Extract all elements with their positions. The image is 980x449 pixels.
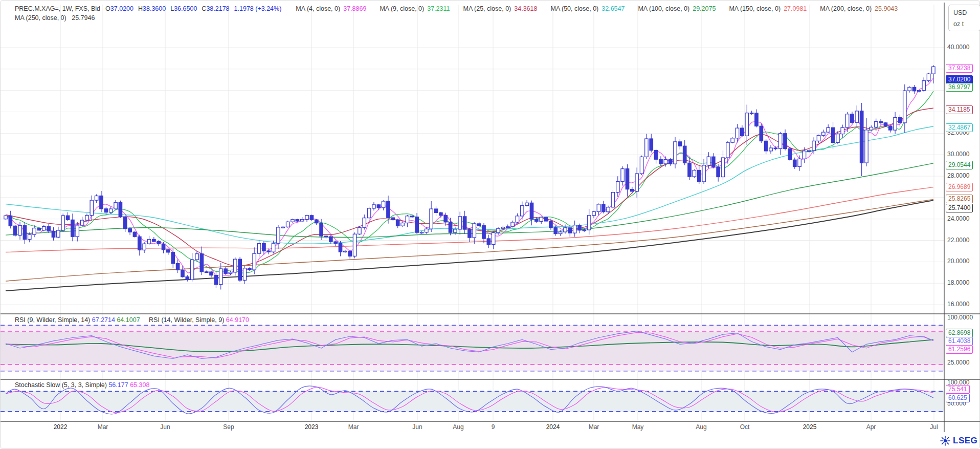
- candle-body: [784, 134, 787, 149]
- candle-body: [559, 232, 562, 234]
- price-tag-34.1185[interactable]: 34.1185: [946, 105, 973, 114]
- candle-body: [90, 200, 93, 216]
- candle-body: [688, 163, 691, 177]
- x-axis-label-2024: 2024: [546, 423, 560, 431]
- price-tag-26.9689[interactable]: 26.9689: [946, 183, 973, 191]
- x-axis-label-Jun: Jun: [412, 423, 422, 431]
- candle-body: [248, 268, 251, 270]
- price-tag-36.9797[interactable]: 36.9797: [946, 83, 973, 92]
- candle-body: [143, 244, 146, 250]
- candle-body: [205, 272, 208, 273]
- price-tag-61.2596[interactable]: 61.2596: [946, 345, 973, 354]
- price-tag-37.9238[interactable]: 37.9238: [946, 64, 973, 73]
- candle-body: [439, 212, 442, 215]
- candle-body: [406, 216, 409, 223]
- rsi-value-1: 67.2714: [92, 316, 115, 324]
- candle-body: [588, 216, 591, 230]
- ma-legend-value: 37.8869: [343, 5, 366, 12]
- candle-body: [458, 217, 461, 229]
- candle-body: [516, 216, 519, 222]
- candle-body: [616, 182, 619, 193]
- price-tag-62.8698[interactable]: 62.8698: [946, 329, 973, 337]
- candle-body: [272, 243, 275, 252]
- candle-body: [147, 239, 150, 244]
- candle-body: [372, 205, 375, 208]
- candle-body: [415, 217, 418, 232]
- y-axis-label: 24.0000: [947, 215, 969, 222]
- candle-body: [592, 211, 595, 215]
- candle-body: [33, 228, 36, 235]
- candle-body: [28, 234, 31, 239]
- rsi-pane-header[interactable]: RSI (9, Wilder, Simple, 14) 67.2714 64.1…: [15, 316, 249, 324]
- price-tag-25.7400[interactable]: 25.7400: [946, 204, 973, 212]
- candle-body: [764, 141, 767, 151]
- candle-body: [449, 222, 452, 232]
- legend-row-2[interactable]: MA (250, close, 0) 25.7946: [15, 14, 98, 22]
- candle-body: [798, 159, 801, 166]
- price-tag-61.4038[interactable]: 61.4038: [946, 337, 973, 346]
- candle-body: [329, 237, 332, 242]
- candle-body: [511, 222, 514, 227]
- candle-body: [367, 208, 370, 218]
- candle-body: [855, 111, 858, 122]
- candle-body: [353, 234, 356, 256]
- candle-body: [841, 127, 844, 134]
- candle-body: [224, 269, 227, 273]
- y-axis-label: 20.0000: [947, 258, 969, 265]
- candle-body: [564, 228, 567, 232]
- candle-body: [71, 220, 74, 237]
- x-axis-label-Sep: Sep: [223, 423, 234, 431]
- stoch-band: [1, 391, 944, 412]
- candle-body: [693, 170, 696, 177]
- x-axis-label-Aug: Aug: [696, 423, 706, 431]
- price-tag-75.541[interactable]: 75.541: [946, 385, 970, 394]
- price-tag-29.0544[interactable]: 29.0544: [946, 161, 973, 169]
- x-axis-label-May: May: [632, 423, 644, 431]
- candle-body: [253, 253, 256, 270]
- rsi-axis-label: 100.0000: [947, 314, 973, 321]
- candle-body: [157, 242, 160, 244]
- ohlc-c: C38.2178: [202, 5, 233, 12]
- candle-body: [635, 174, 638, 191]
- candle-body: [195, 254, 198, 260]
- x-axis-label-Jul: Jul: [930, 423, 938, 431]
- candle-body: [621, 169, 624, 182]
- candle-body: [238, 259, 241, 280]
- axis-unit-currency: USD: [953, 9, 980, 16]
- candle-body: [100, 196, 103, 209]
- ohlc-l-value: 36.6500: [174, 5, 197, 12]
- candle-body: [291, 220, 294, 222]
- candle-body: [57, 230, 60, 237]
- instrument-title: PREC.M.XAG=, 1W, FXS, Bid: [15, 5, 100, 12]
- candle-body: [712, 157, 715, 167]
- candle-body: [305, 216, 308, 220]
- lseg-logo[interactable]: LSEG: [940, 435, 977, 446]
- net-change: 1.1978 (+3.24%): [234, 5, 282, 12]
- candle-body: [645, 139, 648, 157]
- legend-row-1[interactable]: PREC.M.XAG=, 1W, FXS, BidO37.0200H38.360…: [15, 5, 911, 12]
- candle-body: [487, 239, 490, 245]
- chart-widget: PREC.M.XAG=, 1W, FXS, BidO37.0200H38.360…: [0, 0, 980, 449]
- price-tag-25.8265[interactable]: 25.8265: [946, 195, 973, 203]
- stochastic-pane-header[interactable]: Stochastic Slow (5, 3, 3, Simple) 56.177…: [15, 381, 149, 389]
- ma-legend-value: 34.3618: [514, 5, 537, 12]
- candle-body: [922, 81, 925, 91]
- candle-body: [387, 201, 390, 218]
- candle-body: [602, 204, 605, 212]
- candle-body: [530, 203, 533, 219]
- candle-body: [741, 128, 744, 136]
- price-tag-32.4867[interactable]: 32.4867: [946, 123, 973, 132]
- lseg-logo-text: LSEG: [953, 436, 977, 446]
- candle-body: [836, 134, 839, 143]
- ma-legend-label: MA (9, close, 0): [380, 5, 424, 12]
- candle-body: [18, 225, 21, 235]
- candle-body: [411, 216, 414, 217]
- candle-body: [554, 228, 557, 234]
- x-axis-label-Apr: Apr: [866, 423, 876, 431]
- candle-body: [95, 196, 98, 201]
- ohlc-o: O37.0200: [105, 5, 137, 12]
- ma-legend-value: 29.2075: [693, 5, 716, 12]
- price-tag-60.625[interactable]: 60.625: [946, 394, 970, 402]
- candle-body: [631, 189, 634, 191]
- candle-body: [659, 159, 662, 164]
